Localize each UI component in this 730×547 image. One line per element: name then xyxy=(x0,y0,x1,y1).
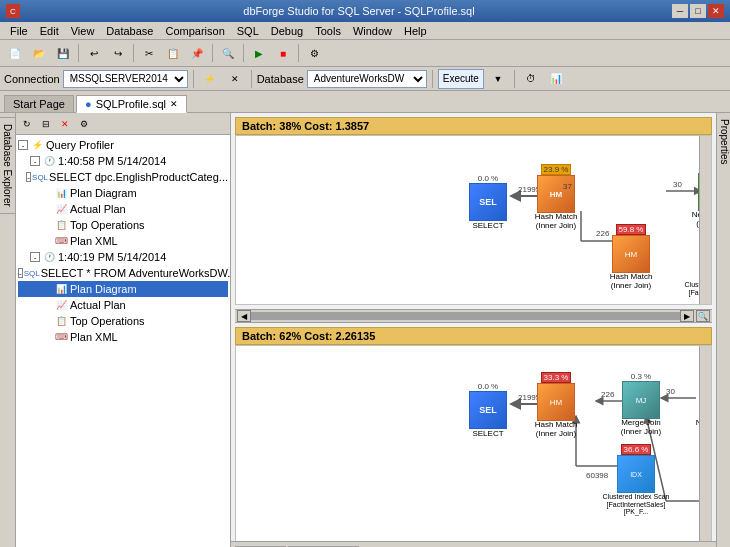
hash1-icon: HM xyxy=(537,175,575,213)
sep-conn1 xyxy=(193,70,194,88)
sql-icon-2: SQL xyxy=(25,266,39,280)
tree-ops2-label: Top Operations xyxy=(70,315,145,327)
app-icon: C xyxy=(6,4,20,18)
run-btn[interactable]: ▶ xyxy=(248,43,270,63)
batch1-vscroll[interactable] xyxy=(699,136,711,304)
save-btn[interactable]: 💾 xyxy=(52,43,74,63)
search-btn[interactable]: 🔍 xyxy=(217,43,239,63)
tree-item-plan1[interactable]: 📊 Plan Diagram xyxy=(18,185,228,201)
tree-item-xml1[interactable]: ⌨ Plan XML xyxy=(18,233,228,249)
ops-icon-2: 📋 xyxy=(54,314,68,328)
undo-btn[interactable]: ↩ xyxy=(83,43,105,63)
sep-conn2 xyxy=(251,70,252,88)
tree-item-time1[interactable]: - 🕐 1:40:58 PM 5/14/2014 xyxy=(18,153,228,169)
menu-help[interactable]: Help xyxy=(398,24,433,38)
expand-time1[interactable]: - xyxy=(30,156,40,166)
tree-item-sql1[interactable]: - SQL SELECT dpc.EnglishProductCateg... xyxy=(18,169,228,185)
batch2-merge-node[interactable]: 0.3 % MJ Merge Join(Inner Join) xyxy=(611,372,671,437)
menu-database[interactable]: Database xyxy=(100,24,159,38)
tree-item-time2[interactable]: - 🕐 1:40:19 PM 5/14/2014 xyxy=(18,249,228,265)
menu-file[interactable]: File xyxy=(4,24,34,38)
batch1-section: Batch: 38% Cost: 1.3857 xyxy=(235,117,712,305)
tree-item-ops1[interactable]: 📋 Top Operations xyxy=(18,217,228,233)
tree-item-actual1[interactable]: 📈 Actual Plan xyxy=(18,201,228,217)
batch2-clustered5-node[interactable]: 36.6 % IDX Clustered Index Scan[FactInte… xyxy=(601,444,671,516)
minimize-button[interactable]: ─ xyxy=(672,4,688,18)
new-file-btn[interactable]: 📄 xyxy=(4,43,26,63)
batch1-hash2-node[interactable]: 59.8 % HM Hash Match(Inner Join) xyxy=(601,224,661,291)
xml-icon-1: ⌨ xyxy=(54,234,68,248)
database-explorer-tab[interactable]: Database Explorer xyxy=(0,117,16,214)
expand-time2[interactable]: - xyxy=(30,252,40,262)
tree-sql1-label: SELECT dpc.EnglishProductCateg... xyxy=(49,171,228,183)
tab-start-page[interactable]: Start Page xyxy=(4,95,74,112)
main-area: Database Explorer ↻ ⊟ ✕ ⚙ - ⚡ Query Prof… xyxy=(0,113,730,547)
tab-sqlprofile-label: SQLProfile.sql xyxy=(96,98,166,110)
close-button[interactable]: ✕ xyxy=(708,4,724,18)
database-dropdown[interactable]: AdventureWorksDW xyxy=(307,70,427,88)
execute-btn[interactable]: Execute xyxy=(438,69,484,89)
maximize-button[interactable]: □ xyxy=(690,4,706,18)
hscroll-track xyxy=(251,312,680,320)
tree-refresh-btn[interactable]: ↻ xyxy=(18,115,36,133)
explain-btn[interactable]: 📊 xyxy=(545,69,567,89)
stop-btn[interactable]: ■ xyxy=(272,43,294,63)
open-btn[interactable]: 📂 xyxy=(28,43,50,63)
menu-view[interactable]: View xyxy=(65,24,101,38)
batch1-hash1-node[interactable]: 23.9 % HM Hash Match(Inner Join) xyxy=(526,164,586,231)
sep2 xyxy=(133,44,134,62)
tab-bar: Start Page ● SQLProfile.sql ✕ xyxy=(0,91,730,113)
clustered5-icon: IDX xyxy=(617,455,655,493)
hscroll-left[interactable]: ◀ xyxy=(237,310,251,322)
menu-window[interactable]: Window xyxy=(347,24,398,38)
menu-edit[interactable]: Edit xyxy=(34,24,65,38)
sep5 xyxy=(298,44,299,62)
tab-close-btn[interactable]: ✕ xyxy=(170,99,178,109)
xml-icon-2: ⌨ xyxy=(54,330,68,344)
batch1-select-node[interactable]: 0.0 % SEL SELECT xyxy=(464,174,512,230)
batch2-header: Batch: 62% Cost: 2.26135 xyxy=(235,327,712,345)
batch-area: Batch: 38% Cost: 1.3857 xyxy=(231,113,716,541)
connect-btn[interactable]: ⚡ xyxy=(199,69,221,89)
sep4 xyxy=(243,44,244,62)
tree-settings-btn[interactable]: ⚙ xyxy=(75,115,93,133)
execute-arrow-btn[interactable]: ▼ xyxy=(487,69,509,89)
copy-btn[interactable]: 📋 xyxy=(162,43,184,63)
paste-btn[interactable]: 📌 xyxy=(186,43,208,63)
profile-btn[interactable]: ⏱ xyxy=(520,69,542,89)
horizontal-scrollbar[interactable]: ◀ ▶ 🔍 xyxy=(235,309,712,323)
connection-dropdown[interactable]: MSSQLSERVER2014 xyxy=(63,70,188,88)
menu-comparison[interactable]: Comparison xyxy=(159,24,230,38)
select2-icon: SEL xyxy=(469,391,507,429)
disconnect-btn[interactable]: ✕ xyxy=(224,69,246,89)
tree-item-ops2[interactable]: 📋 Top Operations xyxy=(18,313,228,329)
tree-item-root[interactable]: - ⚡ Query Profiler xyxy=(18,137,228,153)
zoom-btn[interactable]: 🔍 xyxy=(696,310,710,322)
cut-btn[interactable]: ✂ xyxy=(138,43,160,63)
expand-sql2[interactable]: - xyxy=(18,268,23,278)
tree-item-xml2[interactable]: ⌨ Plan XML xyxy=(18,329,228,345)
tab-start-page-label: Start Page xyxy=(13,98,65,110)
tree-toolbar: ↻ ⊟ ✕ ⚙ xyxy=(16,113,230,135)
hscroll-right[interactable]: ▶ xyxy=(680,310,694,322)
batch2-select-node[interactable]: 0.0 % SEL SELECT xyxy=(464,382,512,438)
batch2-vscroll[interactable] xyxy=(699,346,711,541)
tree-collapse-btn[interactable]: ⊟ xyxy=(37,115,55,133)
expand-root[interactable]: - xyxy=(18,140,28,150)
tree-item-plan2[interactable]: 📊 Plan Diagram xyxy=(18,281,228,297)
tree-plan2-label: Plan Diagram xyxy=(70,283,137,295)
tree-delete-btn[interactable]: ✕ xyxy=(56,115,74,133)
batch2-hash3-node[interactable]: 33.3 % HM Hash Match(Inner Join) xyxy=(526,372,586,439)
sep3 xyxy=(212,44,213,62)
tree-panel: ↻ ⊟ ✕ ⚙ - ⚡ Query Profiler - 🕐 1:40:58 P… xyxy=(16,113,231,547)
settings-btn[interactable]: ⚙ xyxy=(303,43,325,63)
expand-sql1[interactable]: - xyxy=(26,172,31,182)
tree-item-actual2[interactable]: 📈 Actual Plan xyxy=(18,297,228,313)
tab-sqlprofile[interactable]: ● SQLProfile.sql ✕ xyxy=(76,95,187,113)
menu-tools[interactable]: Tools xyxy=(309,24,347,38)
tree-item-sql2[interactable]: - SQL SELECT * FROM AdventureWorksDW.c..… xyxy=(18,265,228,281)
properties-tab[interactable]: Properties xyxy=(717,113,730,171)
menu-sql[interactable]: SQL xyxy=(231,24,265,38)
redo-btn[interactable]: ↪ xyxy=(107,43,129,63)
menu-debug[interactable]: Debug xyxy=(265,24,309,38)
